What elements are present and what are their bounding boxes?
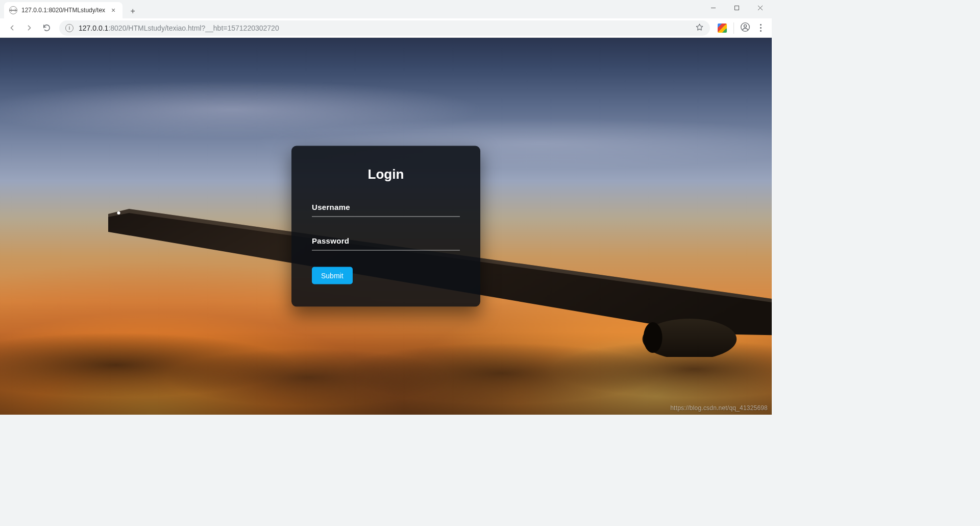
username-input[interactable] [312,200,460,217]
close-window-button[interactable] [748,0,772,15]
login-panel: Login Username Password Submit [291,146,480,307]
new-tab-button[interactable]: + [126,4,140,18]
forward-button[interactable] [21,20,37,36]
url-text: 127.0.0.1:8020/HTMLstudy/texiao.html?__h… [79,24,690,32]
minimize-button[interactable] [701,0,725,15]
browser-toolbar: 127.0.0.1:8020/HTMLstudy/texiao.html?__h… [0,18,772,38]
profile-button[interactable] [738,21,752,35]
globe-icon [9,6,17,14]
tab-title: 127.0.0.1:8020/HTMLstudy/tex [21,7,105,14]
reload-button[interactable] [39,20,54,36]
watermark-text: https://blog.csdn.net/qq_41325698 [670,404,768,412]
close-tab-icon[interactable]: × [109,6,117,14]
back-button[interactable] [4,20,19,36]
window-controls [701,0,772,18]
password-field: Password [312,233,460,251]
tab-strip: 127.0.0.1:8020/HTMLstudy/tex × + [0,0,772,18]
svg-rect-1 [734,6,739,10]
url-path: :8020/HTMLstudy/texiao.html?__hbt=157122… [108,24,279,32]
extension-icon[interactable] [715,21,729,35]
menu-button[interactable] [753,21,768,35]
bookmark-star-icon[interactable] [695,23,704,33]
username-field: Username [312,200,460,217]
site-info-icon[interactable] [65,24,74,32]
password-input[interactable] [312,233,460,251]
svg-point-5 [744,25,747,27]
address-bar[interactable]: 127.0.0.1:8020/HTMLstudy/texiao.html?__h… [59,20,710,36]
browser-tab[interactable]: 127.0.0.1:8020/HTMLstudy/tex × [4,2,122,18]
toolbar-divider [733,22,734,34]
login-title: Login [312,166,460,182]
page-viewport: Login Username Password Submit https://b… [0,38,772,415]
url-host: 127.0.0.1 [79,24,108,32]
maximize-button[interactable] [725,0,748,15]
toolbar-right [715,21,768,35]
browser-chrome: 127.0.0.1:8020/HTMLstudy/tex × + [0,0,772,38]
submit-button[interactable]: Submit [312,267,353,284]
